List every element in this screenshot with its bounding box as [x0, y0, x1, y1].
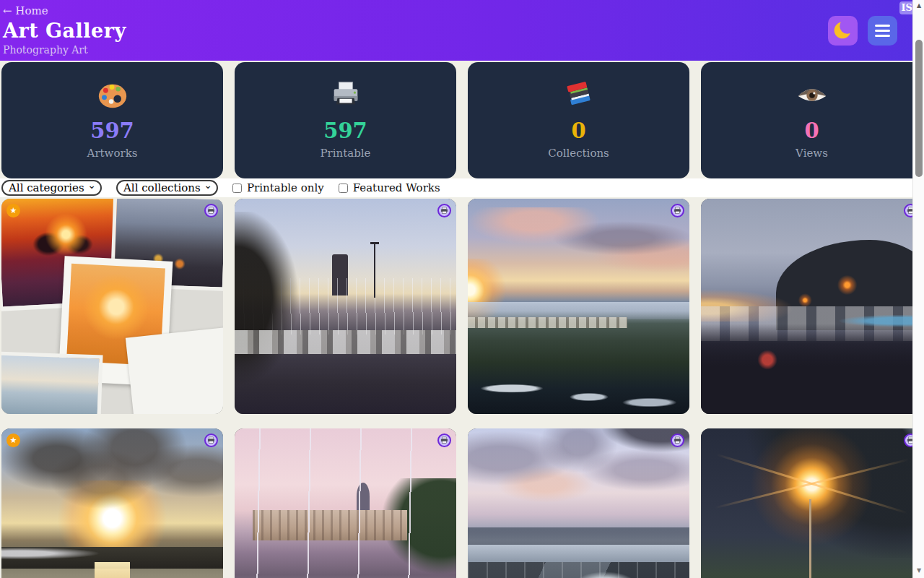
- photo-layer: [1, 351, 103, 414]
- stat-card-views: 0 Views: [701, 62, 923, 178]
- page-title: Art Gallery: [3, 20, 924, 43]
- printable-badge: [437, 434, 451, 447]
- category-select[interactable]: All categories: [1, 180, 102, 196]
- featured-works-checkbox[interactable]: [339, 184, 348, 193]
- printable-badge: [437, 204, 451, 217]
- stat-value-views: 0: [804, 120, 819, 142]
- photo-layer: [1, 428, 223, 549]
- featured-works-filter[interactable]: Featured Works: [339, 181, 440, 194]
- photo-layer: [474, 373, 683, 412]
- collection-select[interactable]: All collections: [116, 180, 218, 196]
- printer-badge-icon: [440, 207, 448, 215]
- printer-icon: [329, 78, 362, 111]
- printer-badge-icon: [674, 207, 681, 215]
- palette-icon: [96, 78, 129, 111]
- artwork-card-festival-dusk-crowd[interactable]: ★: [701, 199, 923, 414]
- scrollbar[interactable]: ▲ ▼: [912, 0, 924, 578]
- artwork-photo: [701, 199, 923, 414]
- artwork-card-twilight-town[interactable]: ★: [468, 428, 689, 578]
- photo-layer: [809, 499, 811, 578]
- photo-layer: [701, 324, 923, 414]
- printable-only-label: Printable only: [247, 181, 324, 194]
- printer-badge-icon: [674, 436, 681, 444]
- page-subtitle: Photography Art: [3, 44, 924, 56]
- artwork-card-harbor-pink-sky[interactable]: ★: [235, 428, 456, 578]
- scrollbar-thumb[interactable]: [915, 40, 923, 177]
- hamburger-icon: [875, 25, 890, 27]
- eye-icon: [796, 78, 829, 111]
- photo-layer: [374, 242, 375, 298]
- back-link[interactable]: ← Home: [3, 4, 48, 17]
- printable-badge: [204, 434, 218, 447]
- photo-layer: [468, 562, 689, 578]
- stat-card-artworks: 597 Artworks: [1, 62, 223, 178]
- featured-star-badge: ★: [6, 204, 20, 217]
- photo-layer: [235, 212, 310, 401]
- photo-layer: [723, 428, 901, 562]
- photo-layer: [701, 259, 923, 327]
- artwork-card-sunset-collage[interactable]: ★: [1, 199, 223, 414]
- artwork-photo: [235, 428, 456, 578]
- printable-only-filter[interactable]: Printable only: [232, 181, 324, 194]
- photo-layer: [235, 330, 456, 354]
- photo-layer: [468, 207, 689, 276]
- photo-layer: [235, 428, 456, 578]
- artwork-card-lagoon-sunset[interactable]: ★: [468, 199, 689, 414]
- stat-label-collections: Collections: [548, 147, 609, 160]
- stat-card-collections: 0 Collections: [468, 62, 689, 178]
- books-icon: [562, 78, 596, 111]
- collection-select-wrap: All collections: [116, 180, 218, 196]
- moon-icon: [829, 16, 857, 43]
- artwork-photo: [1, 428, 223, 578]
- artwork-photo: [468, 428, 689, 578]
- photo-layer: [701, 483, 923, 483]
- photo-layer: [1, 575, 223, 578]
- artwork-card-sun-reflection-water[interactable]: ★: [1, 428, 223, 578]
- stat-value-artworks: 597: [90, 120, 134, 142]
- stat-label-printable: Printable: [321, 147, 371, 160]
- scrollbar-down-arrow[interactable]: ▼: [913, 565, 924, 577]
- printer-badge-icon: [440, 436, 448, 444]
- page-header: ← Home Art Gallery Photography Art IS: [0, 0, 924, 61]
- stat-value-printable: 597: [323, 120, 367, 142]
- artwork-card-marina-dusk[interactable]: ★: [235, 199, 456, 414]
- artwork-card-night-streetlamp[interactable]: ★: [701, 428, 923, 578]
- artwork-photo: [235, 199, 456, 414]
- theme-toggle-button[interactable]: [828, 16, 858, 46]
- menu-button[interactable]: [868, 16, 897, 46]
- stat-value-collections: 0: [571, 120, 585, 142]
- category-select-wrap: All categories: [1, 180, 102, 196]
- printer-badge-icon: [207, 207, 215, 215]
- photo-layer: [468, 317, 627, 328]
- printer-badge-icon: [207, 436, 215, 444]
- printable-badge: [671, 204, 684, 217]
- featured-star-badge: ★: [6, 434, 20, 447]
- photo-layer: [468, 545, 689, 562]
- featured-works-label: Featured Works: [353, 181, 440, 194]
- printable-badge: [204, 204, 218, 217]
- artwork-photo: [1, 199, 223, 414]
- artwork-photo: [468, 199, 689, 414]
- filter-bar: All categories All collections Printable…: [0, 178, 924, 197]
- photo-layer: [126, 327, 223, 414]
- stat-label-views: Views: [796, 147, 828, 160]
- stats-row: 597 Artworks 597 Printable 0 Collections: [0, 61, 924, 178]
- scrollbar-up-arrow[interactable]: ▲: [913, 0, 924, 12]
- stat-card-printable: 597 Printable: [235, 62, 456, 178]
- gallery-grid: ★ ★: [0, 197, 924, 578]
- printable-badge: [671, 434, 684, 447]
- stat-label-artworks: Artworks: [87, 147, 138, 160]
- printable-only-checkbox[interactable]: [232, 184, 242, 193]
- artwork-photo: [701, 428, 923, 578]
